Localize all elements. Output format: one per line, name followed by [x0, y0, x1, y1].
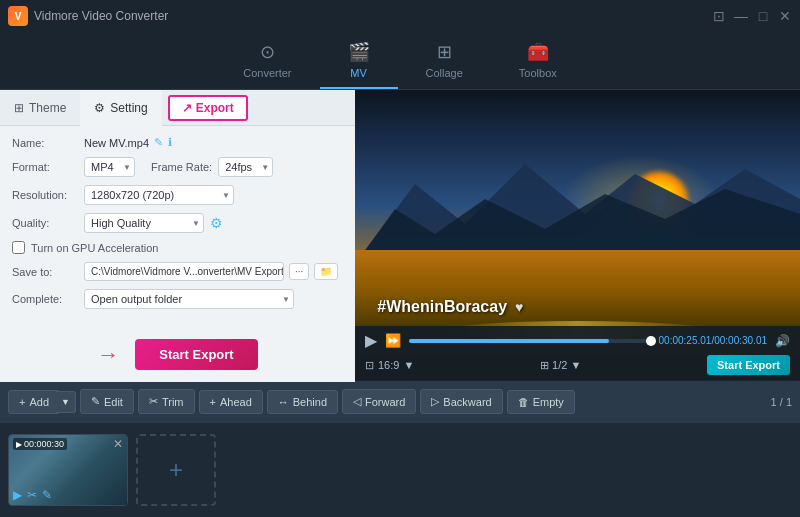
forward-button[interactable]: ◁ Forward — [342, 389, 416, 414]
progress-bar-row: ▶ ⏩ 00:00:25.01/00:00:30.01 🔊 — [365, 331, 790, 350]
ahead-button[interactable]: + Ahead — [199, 390, 263, 414]
format-select[interactable]: MP4 — [84, 157, 135, 177]
maximize-btn[interactable]: □ — [756, 9, 770, 23]
forward-icon: ◁ — [353, 395, 361, 408]
trim-button[interactable]: ✂ Trim — [138, 389, 195, 414]
setting-icon: ⚙ — [94, 101, 105, 115]
start-export-small-button[interactable]: Start Export — [707, 355, 790, 375]
clip-close-btn[interactable]: ✕ — [113, 437, 123, 451]
format-row: Format: MP4 Frame Rate: 24fps — [12, 157, 343, 177]
trim-label: Trim — [162, 396, 184, 408]
add-icon: + — [19, 396, 25, 408]
page-indicator: 1 / 1 — [771, 396, 792, 408]
bottom-toolbar: + Add ▼ ✎ Edit ✂ Trim + Ahead ↔ Behind ◁… — [0, 380, 800, 422]
app-title: Vidmore Video Converter — [34, 9, 168, 23]
fraction-value: 1/2 — [552, 359, 567, 371]
resolution-row: Resolution: 1280x720 (720p) — [12, 185, 343, 205]
clip-time: ▶ 00:000:30 — [13, 438, 67, 450]
play-button[interactable]: ▶ — [365, 331, 377, 350]
export-tab[interactable]: ↗ Export — [168, 95, 248, 121]
fraction-caret: ▼ — [570, 359, 581, 371]
ahead-label: Ahead — [220, 396, 252, 408]
fraction-icon: ⊞ — [540, 359, 549, 372]
add-caret[interactable]: ▼ — [56, 391, 76, 413]
fraction-control[interactable]: ⊞ 1/2 ▼ — [540, 359, 581, 372]
quality-gear-icon[interactable]: ⚙ — [210, 215, 223, 231]
save-to-row: Save to: C:\Vidmore\Vidmore V...onverter… — [12, 262, 343, 281]
left-panel: ⊞ Theme ⚙ Setting ↗ Export Name: New MV.… — [0, 90, 355, 380]
clip-edit-icon[interactable]: ✎ — [42, 488, 52, 502]
theme-icon: ⊞ — [14, 101, 24, 115]
name-value: New MV.mp4 ✎ ℹ — [84, 136, 172, 149]
add-clip-button[interactable]: + — [136, 434, 216, 506]
clip-cut-icon[interactable]: ✂ — [27, 488, 37, 502]
ahead-icon: + — [210, 396, 216, 408]
save-to-label: Save to: — [12, 266, 84, 278]
frame-rate-select[interactable]: 24fps — [218, 157, 273, 177]
tab-converter-label: Converter — [243, 67, 291, 79]
minimize-btn[interactable]: ⊡ — [712, 9, 726, 23]
open-folder-btn[interactable]: 📁 — [314, 263, 338, 280]
format-select-wrapper: MP4 — [84, 157, 135, 177]
complete-row: Complete: Open output folder — [12, 289, 343, 309]
arrow-right-icon: → — [97, 342, 119, 368]
volume-icon[interactable]: 🔊 — [775, 334, 790, 348]
quality-select-wrapper: High Quality — [84, 213, 204, 233]
resolution-select-wrapper: 1280x720 (720p) — [84, 185, 234, 205]
progress-thumb — [646, 336, 656, 346]
mountain-svg — [355, 144, 800, 264]
start-export-main-button[interactable]: Start Export — [135, 339, 257, 370]
time-current: 00:00:25.01 — [659, 335, 712, 346]
resolution-label: Resolution: — [12, 189, 84, 201]
complete-select-wrapper: Open output folder — [84, 289, 294, 309]
empty-label: Empty — [533, 396, 564, 408]
main-area: ⊞ Theme ⚙ Setting ↗ Export Name: New MV.… — [0, 90, 800, 380]
clip-controls: ▶ ✂ ✎ — [13, 488, 52, 502]
aspect-ratio-caret: ▼ — [403, 359, 414, 371]
aspect-ratio-control[interactable]: ⊡ 16:9 ▼ — [365, 359, 414, 372]
clip-play-icon[interactable]: ▶ — [13, 488, 22, 502]
browse-btn[interactable]: ··· — [289, 263, 309, 280]
quality-label: Quality: — [12, 217, 84, 229]
empty-button[interactable]: 🗑 Empty — [507, 390, 575, 414]
toolbox-icon: 🧰 — [527, 41, 549, 63]
close-btn[interactable]: ✕ — [778, 9, 792, 23]
controls-bottom-row: ⊡ 16:9 ▼ ⊞ 1/2 ▼ Start Export — [365, 355, 790, 375]
gpu-row: Turn on GPU Acceleration — [12, 241, 343, 254]
add-label: Add — [29, 396, 49, 408]
tab-mv[interactable]: 🎬 MV — [320, 33, 398, 89]
edit-button[interactable]: ✎ Edit — [80, 389, 134, 414]
time-total: 00:00:30.01 — [714, 335, 767, 346]
trash-icon: 🗑 — [518, 396, 529, 408]
quality-select[interactable]: High Quality — [84, 213, 204, 233]
step-forward-button[interactable]: ⏩ — [385, 333, 401, 348]
progress-track[interactable] — [409, 339, 651, 343]
add-button[interactable]: + Add — [8, 390, 60, 414]
tab-converter[interactable]: ⊙ Converter — [215, 33, 319, 89]
restore-btn[interactable]: — — [734, 9, 748, 23]
tab-toolbox[interactable]: 🧰 Toolbox — [491, 33, 585, 89]
right-panel: #WheninBoracay ♥ ▶ ⏩ 00:00:25.01/00:00:3… — [355, 90, 800, 380]
nav-bar: ⊙ Converter 🎬 MV ⊞ Collage 🧰 Toolbox — [0, 32, 800, 90]
video-controls: ▶ ⏩ 00:00:25.01/00:00:30.01 🔊 ⊡ 16:9 ▼ — [355, 326, 800, 380]
resolution-select[interactable]: 1280x720 (720p) — [84, 185, 234, 205]
behind-button[interactable]: ↔ Behind — [267, 390, 338, 414]
setting-tab[interactable]: ⚙ Setting — [80, 90, 161, 126]
complete-label: Complete: — [12, 293, 84, 305]
theme-tab[interactable]: ⊞ Theme — [0, 90, 80, 126]
theme-label: Theme — [29, 101, 66, 115]
collage-icon: ⊞ — [437, 41, 452, 63]
quality-row: Quality: High Quality ⚙ — [12, 213, 343, 233]
gpu-checkbox[interactable] — [12, 241, 25, 254]
tab-collage[interactable]: ⊞ Collage — [398, 33, 491, 89]
export-form: Name: New MV.mp4 ✎ ℹ Format: MP4 Frame R… — [0, 126, 355, 327]
gpu-label: Turn on GPU Acceleration — [31, 242, 158, 254]
backward-button[interactable]: ▷ Backward — [420, 389, 502, 414]
edit-name-icon[interactable]: ✎ — [154, 136, 163, 149]
tab-collage-label: Collage — [426, 67, 463, 79]
export-label: Export — [196, 101, 234, 115]
left-panel-tabs: ⊞ Theme ⚙ Setting ↗ Export — [0, 90, 355, 126]
tab-mv-label: MV — [350, 67, 367, 79]
info-icon: ℹ — [168, 136, 172, 149]
complete-select[interactable]: Open output folder — [84, 289, 294, 309]
